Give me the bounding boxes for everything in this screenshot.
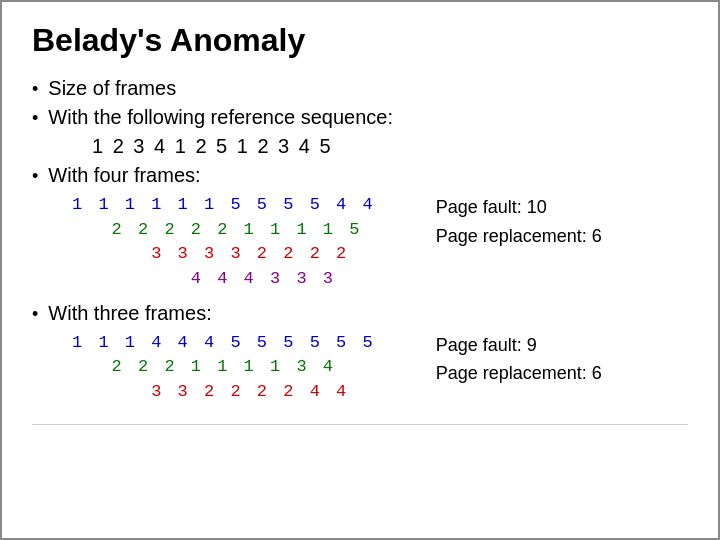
page-container: Belady's Anomaly • Size of frames • With… (0, 0, 720, 540)
three-frames-page-fault: Page fault: 9 (436, 331, 602, 360)
bullet-2-row: • With the following reference sequence: (32, 106, 688, 129)
four-frames-grid: 1 1 1 1 1 1 5 5 5 5 4 4 2 2 2 2 2 1 1 1 … (72, 193, 376, 292)
four-frames-page-fault: Page fault: 10 (436, 193, 602, 222)
three-frames-grid: 1 1 1 4 4 4 5 5 5 5 5 5 2 2 2 1 1 1 1 3 … (72, 331, 376, 405)
three-frames-grid-container: 1 1 1 4 4 4 5 5 5 5 5 5 2 2 2 1 1 1 1 3 … (72, 331, 688, 405)
four-frames-stats: Page fault: 10 Page replacement: 6 (436, 193, 602, 251)
bullet-3-row: • With four frames: (32, 164, 688, 187)
bullet-1-text: Size of frames (48, 77, 176, 100)
four-frames-row-3: 3 3 3 3 2 2 2 2 (72, 242, 376, 267)
three-frames-page-replacement: Page replacement: 6 (436, 359, 602, 388)
four-frames-row-2: 2 2 2 2 2 1 1 1 1 5 (72, 218, 376, 243)
bullet-2-icon: • (32, 108, 38, 129)
three-frames-row-2: 2 2 2 1 1 1 1 3 4 (72, 355, 376, 380)
bullet-3-icon: • (32, 166, 38, 187)
bullet-1-row: • Size of frames (32, 77, 688, 100)
bullet-2-text: With the following reference sequence: (48, 106, 393, 129)
three-frames-label: With three frames: (48, 302, 211, 325)
four-frames-grid-container: 1 1 1 1 1 1 5 5 5 5 4 4 2 2 2 2 2 1 1 1 … (72, 193, 688, 292)
bottom-divider (32, 424, 688, 425)
four-frames-row-1: 1 1 1 1 1 1 5 5 5 5 4 4 (72, 193, 376, 218)
bullet-1-icon: • (32, 79, 38, 100)
four-frames-row-4: 4 4 4 3 3 3 (72, 267, 376, 292)
bullet-4-row: • With three frames: (32, 302, 688, 325)
three-frames-stats: Page fault: 9 Page replacement: 6 (436, 331, 602, 389)
bullet-4-icon: • (32, 304, 38, 325)
four-frames-page-replacement: Page replacement: 6 (436, 222, 602, 251)
four-frames-label: With four frames: (48, 164, 200, 187)
three-frames-row-3: 3 3 2 2 2 2 4 4 (72, 380, 376, 405)
three-frames-row-1: 1 1 1 4 4 4 5 5 5 5 5 5 (72, 331, 376, 356)
page-title: Belady's Anomaly (32, 22, 688, 59)
reference-sequence: 1 2 3 4 1 2 5 1 2 3 4 5 (92, 135, 688, 158)
